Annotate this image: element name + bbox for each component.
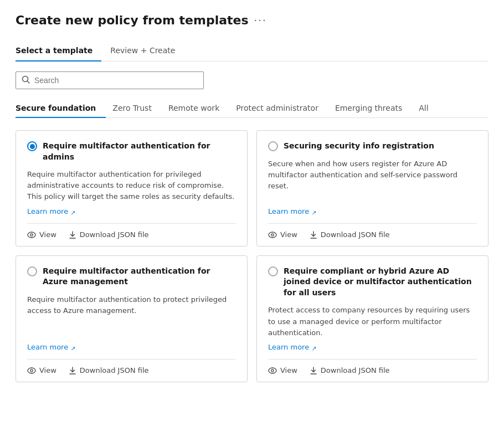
- filter-tab-all[interactable]: All: [419, 99, 438, 118]
- page-title-area: Create new policy from templates ···: [16, 13, 488, 27]
- tab-review-create[interactable]: Review + Create: [110, 40, 184, 61]
- card-mfa-azure-footer: View Download JSON file: [27, 359, 236, 382]
- svg-line-1: [28, 81, 30, 84]
- card-mfa-admins-download[interactable]: Download JSON file: [69, 230, 149, 239]
- card-compliant-device-learn-more[interactable]: Learn more: [268, 343, 477, 351]
- filter-tab-remote-work[interactable]: Remote work: [168, 99, 229, 118]
- card-mfa-admins: Require multifactor authentication for a…: [16, 130, 248, 247]
- more-options-icon[interactable]: ···: [254, 14, 267, 26]
- card-mfa-admins-external-icon: [70, 208, 76, 214]
- card-security-info-learn-more[interactable]: Learn more: [268, 207, 477, 215]
- card-security-info-external-icon: [311, 208, 317, 214]
- card-mfa-azure-learn-more[interactable]: Learn more: [27, 343, 236, 351]
- card-mfa-azure-title: Require multifactor authentication for A…: [43, 266, 236, 287]
- svg-point-15: [271, 369, 274, 372]
- card-security-info-view[interactable]: View: [268, 230, 297, 239]
- search-input[interactable]: [34, 76, 198, 85]
- filter-tab-zero-trust[interactable]: Zero Trust: [112, 99, 162, 118]
- card-security-info-footer: View Download JSON file: [268, 223, 477, 246]
- card-security-info-download[interactable]: Download JSON file: [310, 230, 390, 239]
- card-security-info-title: Securing security info registration: [284, 141, 434, 152]
- svg-point-3: [30, 233, 33, 235]
- search-container: [16, 71, 204, 89]
- card-security-info-view-icon: [268, 230, 277, 239]
- card-mfa-azure-description: Require multifactor authentication to pr…: [27, 294, 236, 338]
- filter-tab-protect-administrator[interactable]: Protect administrator: [236, 99, 328, 118]
- card-mfa-admins-footer: View Download JSON file: [27, 223, 236, 246]
- card-mfa-admins-download-icon: [69, 231, 76, 239]
- card-compliant-device: Require compliant or hybrid Azure AD joi…: [256, 255, 488, 382]
- card-mfa-admins-header: Require multifactor authentication for a…: [27, 141, 236, 162]
- card-mfa-azure: Require multifactor authentication for A…: [16, 255, 248, 382]
- tab-select-template[interactable]: Select a template: [16, 40, 101, 61]
- svg-point-10: [28, 368, 35, 373]
- card-compliant-device-view[interactable]: View: [268, 366, 297, 375]
- card-mfa-admins-view-icon: [27, 230, 36, 239]
- card-mfa-azure-view[interactable]: View: [27, 366, 56, 375]
- card-compliant-device-title: Require compliant or hybrid Azure AD joi…: [284, 266, 477, 299]
- filter-tabs: Secure foundation Zero Trust Remote work…: [16, 99, 488, 118]
- cards-grid: Require multifactor authentication for a…: [16, 130, 488, 382]
- card-security-info-download-icon: [310, 231, 317, 239]
- svg-point-2: [28, 232, 35, 238]
- svg-point-7: [271, 233, 274, 235]
- card-security-info-header: Securing security info registration: [268, 141, 477, 152]
- svg-point-14: [269, 368, 276, 373]
- main-tabs: Select a template Review + Create: [16, 40, 488, 61]
- card-compliant-device-footer: View Download JSON file: [268, 359, 477, 382]
- card-compliant-device-header: Require compliant or hybrid Azure AD joi…: [268, 266, 477, 299]
- card-compliant-device-download-icon: [310, 367, 317, 374]
- page-title: Create new policy from templates: [16, 13, 249, 27]
- filter-tab-secure-foundation[interactable]: Secure foundation: [16, 99, 106, 118]
- card-mfa-admins-view[interactable]: View: [27, 230, 56, 239]
- card-compliant-device-view-icon: [268, 366, 277, 375]
- card-mfa-azure-external-icon: [70, 344, 76, 350]
- card-mfa-azure-header: Require multifactor authentication for A…: [27, 266, 236, 287]
- card-mfa-azure-download[interactable]: Download JSON file: [69, 366, 149, 375]
- card-security-info: Securing security info registration Secu…: [256, 130, 488, 247]
- card-compliant-device-radio[interactable]: [268, 266, 278, 276]
- card-mfa-admins-title: Require multifactor authentication for a…: [43, 141, 236, 162]
- card-mfa-admins-radio[interactable]: [27, 141, 37, 151]
- card-mfa-azure-view-icon: [27, 366, 36, 375]
- card-mfa-admins-learn-more[interactable]: Learn more: [27, 207, 236, 215]
- card-security-info-description: Secure when and how users register for A…: [268, 158, 477, 203]
- card-security-info-radio[interactable]: [268, 141, 278, 151]
- card-compliant-device-external-icon: [311, 344, 317, 350]
- svg-point-6: [269, 232, 276, 238]
- card-compliant-device-download[interactable]: Download JSON file: [310, 366, 390, 375]
- card-mfa-azure-radio[interactable]: [27, 266, 37, 276]
- card-compliant-device-description: Protect access to company resources by r…: [268, 305, 477, 338]
- card-mfa-admins-description: Require multifactor authentication for p…: [27, 169, 236, 202]
- search-icon: [22, 75, 30, 85]
- filter-tab-emerging-threats[interactable]: Emerging threats: [335, 99, 412, 118]
- svg-point-11: [30, 369, 33, 372]
- card-mfa-azure-download-icon: [69, 367, 76, 374]
